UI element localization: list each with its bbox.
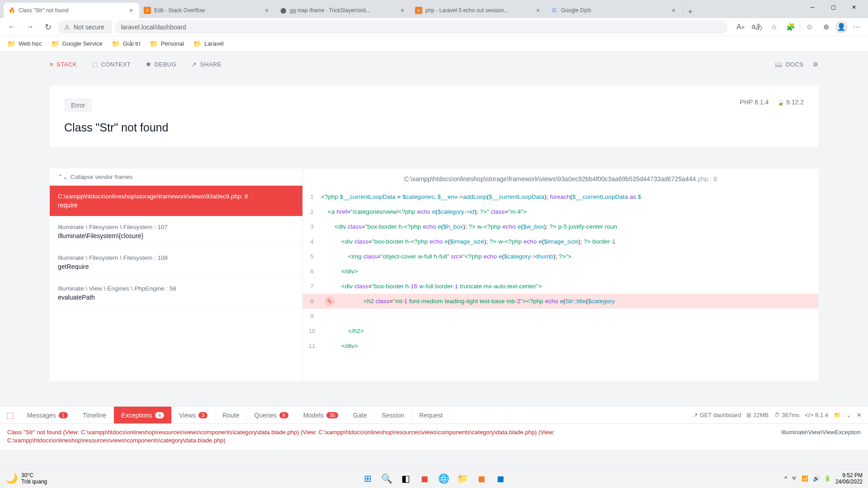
browser-tab[interactable]: ≡ Edit - Stack Overflow × (139, 3, 275, 18)
minimize-button[interactable]: ─ (802, 0, 823, 14)
xampp-icon[interactable]: ◼ (473, 470, 490, 487)
debugbar-method[interactable]: ↗ GET dashboard (693, 412, 741, 418)
laravel-version: 🍃 9.12.2 (777, 99, 804, 106)
debugbar-version[interactable]: </> 8.1.4 (805, 412, 828, 418)
stack-frame-active[interactable]: C:\xampp\htdocs\onlineshop\storage\frame… (50, 186, 302, 216)
debugbar-content: Class "Str" not found (View: C:\xampp\ht… (0, 424, 868, 449)
collapse-vendor-button[interactable]: ⌃⌄Collapse vendor frames (50, 169, 302, 186)
debugbar-tab-queries[interactable]: Queries9 (247, 407, 296, 423)
security-indicator[interactable]: ⚠ Not secure (58, 20, 111, 34)
edit-icon[interactable]: ✎ (325, 296, 335, 306)
error-title: Class "Str" not found (64, 121, 804, 134)
bookmark-label: Personal (161, 40, 184, 47)
tab-label: Request (419, 412, 443, 419)
edge-icon[interactable]: 🌐 (435, 470, 452, 487)
browser-tab[interactable]: ⬤ gg map iframe · TrickSlayer/onli... × (275, 3, 410, 18)
reload-button[interactable]: ↻ (40, 19, 56, 35)
debugbar-tab-gate[interactable]: Gate (346, 407, 374, 423)
profile-avatar[interactable]: 👤 (835, 21, 848, 33)
collections-icon[interactable]: ⊕ (818, 19, 834, 35)
tab-title: Class "Str" not found (19, 7, 124, 14)
vscode-icon[interactable]: ◼ (492, 470, 509, 487)
collapse-label: Collapse vendor frames (71, 174, 132, 180)
stack-frame[interactable]: Illuminate \ View \ Engines \ PhpEngine … (50, 278, 302, 309)
nav-context[interactable]: ⬚CONTEXT (92, 61, 131, 68)
close-icon[interactable]: ✕ (857, 412, 862, 418)
folder-icon[interactable]: 📁 (834, 412, 841, 418)
task-view-icon[interactable]: ◧ (397, 470, 414, 487)
menu-icon[interactable]: ⋯ (849, 19, 864, 35)
bookmark-label: Giải trí (123, 40, 141, 47)
laravel-logo-icon[interactable]: ⬚ (0, 407, 20, 423)
wifi-icon[interactable]: 📶 (802, 475, 808, 482)
debugbar-tab-models[interactable]: Models35 (296, 407, 346, 423)
weather-widget[interactable]: 🌙 30°C Trời quang (5, 472, 47, 485)
app-icon[interactable]: ◼ (416, 470, 433, 487)
read-aloud-icon[interactable]: A» (733, 19, 748, 35)
start-button[interactable]: ⊞ (359, 470, 376, 487)
line-number: 3 (303, 223, 321, 230)
close-window-button[interactable]: ✕ (844, 0, 864, 14)
debugbar-tab-route[interactable]: Route (215, 407, 247, 423)
explorer-icon[interactable]: 📁 (454, 470, 471, 487)
code-content: <?php $__currentLoopData = $categories; … (321, 193, 818, 200)
clock[interactable]: 9:52 PM 24/06/2022 (835, 472, 863, 485)
debugbar-time[interactable]: ⏱ 367ms (774, 412, 799, 418)
debugbar-tab-timeline[interactable]: Timeline (75, 407, 114, 423)
bookmark-item[interactable]: 📁Web học (4, 38, 46, 50)
nav-debug[interactable]: ✱DEBUG (146, 61, 176, 68)
browser-tab-active[interactable]: 🔥 Class "Str" not found × (4, 3, 139, 18)
debugbar-tab-exceptions[interactable]: Exceptions4 (114, 407, 172, 423)
nav-settings[interactable]: ⚙ (813, 61, 819, 68)
code-content: </h2> (321, 328, 818, 334)
windows-taskbar: 🌙 30°C Trời quang ⊞ 🔍 ◧ ◼ 🌐 📁 ◼ ◼ ^ ⩔ 📶 … (0, 469, 868, 488)
extensions-icon[interactable]: 🧩 (783, 19, 798, 35)
favorite-icon[interactable]: ☆ (766, 19, 782, 35)
browser-tab[interactable]: ≡ php - Laravel 5 echo out session... × (410, 3, 546, 18)
frame-function: getRequire (58, 263, 294, 270)
tab-label: Views (179, 412, 196, 419)
nav-docs[interactable]: 📖DOCS (775, 61, 803, 68)
chevron-down-icon[interactable]: ⌄ (846, 412, 851, 418)
tab-close-icon[interactable]: × (399, 7, 406, 14)
line-number: 6 (303, 268, 321, 275)
new-tab-button[interactable]: + (684, 5, 697, 18)
stack-frame[interactable]: Illuminate \ Filesystem \ Filesystem : 1… (50, 247, 302, 278)
debugbar-tab-messages[interactable]: Messages1 (20, 407, 75, 423)
bookmark-item[interactable]: 📁Giải trí (108, 38, 144, 50)
bookmark-label: Google Service (62, 40, 103, 47)
tab-close-icon[interactable]: × (263, 7, 270, 14)
bookmark-item[interactable]: 📁Laravel (189, 38, 227, 50)
tab-close-icon[interactable]: × (127, 7, 135, 14)
battery-icon[interactable]: 🔋 (824, 475, 831, 482)
browser-tab[interactable]: G Google Dịch × (546, 3, 682, 18)
tab-title: Google Dịch (561, 7, 667, 14)
bookmark-item[interactable]: 📁Google Service (47, 38, 106, 50)
tab-label: Exceptions (121, 412, 152, 419)
chevron-up-icon[interactable]: ^ (784, 475, 787, 482)
back-button[interactable]: ← (4, 19, 20, 35)
stack-frame[interactable]: Illuminate \ Filesystem \ Filesystem : 1… (50, 216, 302, 247)
code-panel: C:\xampp\htdocs\onlineshop\storage\frame… (303, 169, 818, 381)
nav-label: STACK (57, 61, 77, 68)
debugbar-tab-request[interactable]: Request (412, 407, 450, 423)
favorites-bar-icon[interactable]: ✩ (802, 19, 817, 35)
forward-button[interactable]: → (22, 19, 38, 35)
nav-share[interactable]: ↗SHARE (192, 61, 222, 68)
tab-close-icon[interactable]: × (670, 7, 677, 14)
tab-close-icon[interactable]: × (534, 7, 542, 14)
address-bar[interactable]: laravel.local/dashboard (115, 20, 727, 34)
volume-icon[interactable]: 🔊 (813, 475, 820, 482)
bookmark-item[interactable]: 📁Personal (146, 38, 188, 50)
nav-stack[interactable]: ≡STACK (50, 61, 77, 68)
debugbar-tab-views[interactable]: Views3 (172, 407, 215, 423)
code-listing: 1<?php $__currentLoopData = $categories;… (303, 189, 818, 381)
tray-icon[interactable]: ⩔ (792, 475, 797, 482)
tab-label: Queries (255, 412, 277, 419)
maximize-button[interactable]: ▢ (823, 0, 844, 14)
debugbar-memory[interactable]: ⊞ 22MB (746, 412, 769, 418)
search-icon[interactable]: 🔍 (378, 470, 395, 487)
translate-icon[interactable]: aあ (750, 19, 765, 35)
debugbar-tab-session[interactable]: Session (374, 407, 412, 423)
line-number: 7 (303, 283, 321, 290)
